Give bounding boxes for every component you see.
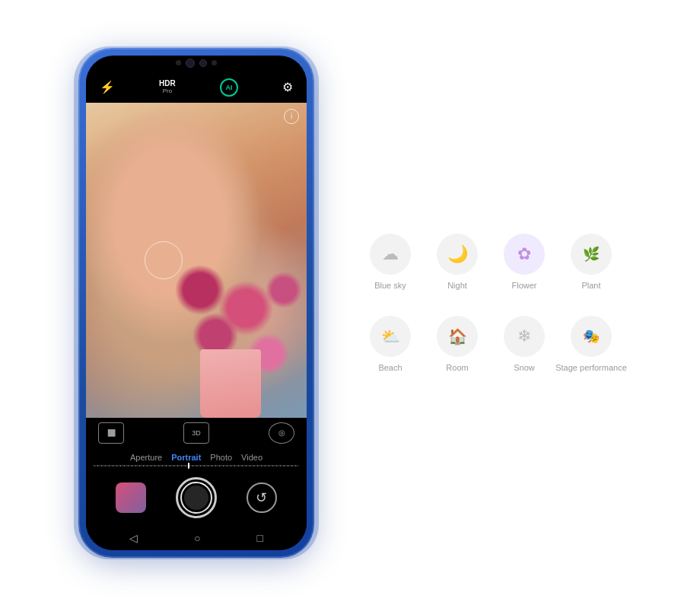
ai-label: AI (225, 84, 232, 91)
sensor-dot-2 (212, 60, 217, 65)
plant-icon-wrap: 🌿 (571, 234, 612, 275)
room-label: Room (446, 363, 468, 372)
mode-video[interactable]: Video (241, 453, 262, 462)
settings-icon: ⚙ (282, 80, 293, 94)
camera-top-bar: ⚡ HDR Pro AI ⚙ (86, 72, 307, 103)
scene-mode-grid: ☁ Blue sky 🌙 Night ✿ Flower 🌿 Plant ⛅ (360, 224, 622, 382)
focus-ring (145, 241, 183, 279)
sensor-dot-1 (176, 60, 181, 65)
camera-viewfinder[interactable]: i (86, 103, 307, 418)
blue-sky-label: Blue sky (374, 281, 406, 290)
gallery-thumbnail[interactable] (116, 482, 146, 513)
camera-action-row: ↺ (86, 470, 307, 526)
square-box-icon[interactable]: ⬜ (98, 422, 124, 444)
blue-sky-icon-wrap: ☁ (370, 234, 411, 275)
shutter-center (184, 486, 208, 510)
home-button[interactable]: ○ (194, 532, 200, 544)
flash-button[interactable]: ⚡ (100, 80, 115, 94)
hdr-button[interactable]: HDR Pro (159, 80, 176, 94)
snow-icon: ❄ (517, 326, 531, 346)
settings-button[interactable]: ⚙ (282, 80, 293, 94)
square-box-symbol: ⬜ (107, 429, 116, 437)
slider-thumb (188, 463, 189, 469)
flip-icon: ↺ (256, 489, 267, 506)
scene-room[interactable]: 🏠 Room (427, 306, 488, 382)
hdr-sub: Pro (163, 88, 172, 94)
camera-slider[interactable] (94, 465, 299, 466)
ar-icon: ◎ (278, 428, 285, 437)
recents-button[interactable]: □ (257, 532, 263, 544)
back-button[interactable]: ◁ (129, 532, 138, 544)
room-icon: 🏠 (448, 327, 467, 345)
mode-aperture[interactable]: Aperture (130, 453, 162, 462)
info-button[interactable]: i (284, 109, 299, 124)
blue-sky-icon: ☁ (382, 244, 399, 264)
plant-icon: 🌿 (583, 246, 600, 263)
camera-flip-button[interactable]: ↺ (247, 482, 277, 513)
threed-label: 3D (192, 429, 201, 437)
ai-button[interactable]: AI (220, 78, 238, 97)
front-camera-2 (199, 59, 207, 67)
threed-button[interactable]: 3D (183, 422, 209, 444)
stage-label: Stage performance (555, 363, 627, 372)
phone-device: ⚡ HDR Pro AI ⚙ i (78, 48, 314, 558)
night-icon: 🌙 (447, 244, 468, 264)
mode-photo[interactable]: Photo (210, 453, 232, 462)
flower-icon: ✿ (517, 244, 531, 264)
phone-sensors (176, 59, 217, 68)
snow-icon-wrap: ❄ (504, 316, 545, 357)
vase-subject (200, 349, 261, 418)
scene-flower[interactable]: ✿ Flower (494, 224, 555, 300)
flower-icon-wrap: ✿ (504, 234, 545, 275)
ar-button[interactable]: ◎ (269, 422, 294, 444)
scene-beach[interactable]: ⛅ Beach (360, 306, 421, 382)
scene-stage-performance[interactable]: 🎭 Stage performance (561, 306, 622, 382)
room-icon-wrap: 🏠 (437, 316, 478, 357)
hdr-label: HDR (159, 80, 176, 88)
stage-icon: 🎭 (583, 328, 600, 345)
stage-icon-wrap: 🎭 (571, 316, 612, 357)
scene-plant[interactable]: 🌿 Plant (561, 224, 622, 300)
scene-night[interactable]: 🌙 Night (427, 224, 488, 300)
phone-screen: ⚡ HDR Pro AI ⚙ i (86, 56, 307, 550)
flower-label: Flower (511, 281, 536, 290)
slider-ticks (94, 465, 299, 466)
night-icon-wrap: 🌙 (437, 234, 478, 275)
shutter-button[interactable] (176, 477, 217, 518)
beach-icon-wrap: ⛅ (370, 316, 411, 357)
beach-icon: ⛅ (381, 327, 400, 345)
night-label: Night (447, 281, 467, 290)
front-camera-1 (186, 59, 195, 68)
main-scene: ⚡ HDR Pro AI ⚙ i (0, 0, 700, 605)
snow-label: Snow (514, 363, 535, 372)
mode-selector: Aperture Portrait Photo Video (86, 448, 307, 465)
plant-label: Plant (581, 281, 600, 290)
camera-control-row: ⬜ 3D ◎ (86, 418, 307, 448)
scene-snow[interactable]: ❄ Snow (494, 306, 555, 382)
flash-icon: ⚡ (100, 80, 115, 94)
nav-bar: ◁ ○ □ (86, 526, 307, 550)
shutter-inner (180, 482, 212, 514)
beach-label: Beach (378, 363, 402, 372)
scene-blue-sky[interactable]: ☁ Blue sky (360, 224, 421, 300)
mode-portrait[interactable]: Portrait (171, 453, 201, 462)
